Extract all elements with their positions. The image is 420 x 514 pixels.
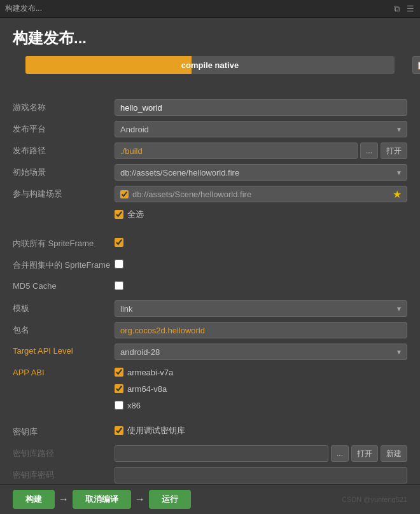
- select-all-control: 全选: [115, 207, 407, 221]
- menu-icon[interactable]: ☰: [406, 4, 415, 13]
- select-all-label: [13, 207, 115, 210]
- md5-cache-checkbox-row: [115, 279, 407, 293]
- page-title: 构建发布...: [0, 18, 420, 56]
- package-name-input[interactable]: [115, 322, 407, 338]
- inline-spriteframe-row: 内联所有 SpriteFrame: [13, 235, 407, 252]
- build-path-row-inner: ... 打开: [115, 142, 407, 159]
- keystore-path-control: ... 打开 新建: [115, 445, 407, 462]
- game-name-label: 游戏名称: [13, 99, 115, 113]
- title-bar-text: 构建发布...: [5, 3, 42, 14]
- select-all-checkbox-row: 全选: [115, 207, 407, 221]
- merge-spriteframe-row: 合并图集中的 SpriteFrame: [13, 257, 407, 274]
- merge-spriteframe-control: [115, 257, 407, 271]
- target-api-control: android-28 android-27 android-26: [115, 344, 407, 360]
- select-all-row: 全选: [13, 207, 407, 224]
- merge-spriteframe-checkbox-row: [115, 257, 407, 271]
- participate-scene-checkbox[interactable]: [120, 190, 129, 198]
- target-api-row: Target API Level android-28 android-27 a…: [13, 344, 407, 360]
- abi-armeabi-label: armeabi-v7a: [127, 368, 173, 377]
- abi-arm64-checkbox[interactable]: [115, 384, 123, 393]
- keystore-debug-label: 使用调试密钥库: [127, 425, 185, 436]
- abi-group: armeabi-v7a arm64-v8a x86: [115, 365, 407, 412]
- initial-scene-label: 初始场景: [13, 164, 115, 178]
- participate-scene-label: 参与构建场景: [13, 186, 115, 200]
- abi-armeabi-row: armeabi-v7a: [115, 365, 407, 379]
- keystore-label: 密钥库: [13, 424, 115, 438]
- md5-cache-label: MD5 Cache: [13, 279, 115, 291]
- abi-armeabi-checkbox[interactable]: [115, 368, 123, 377]
- build-path-row: 发布路径 ... 打开: [13, 142, 407, 159]
- package-name-control: [115, 322, 407, 338]
- restore-icon[interactable]: ⧉: [392, 4, 401, 13]
- build-button[interactable]: 构建: [13, 490, 55, 509]
- run-button[interactable]: 运行: [149, 490, 191, 509]
- app-abi-label: APP ABI: [13, 365, 115, 377]
- inline-spriteframe-control: [115, 235, 407, 249]
- title-bar: 构建发布... ⧉ ☰: [0, 0, 420, 18]
- build-path-dots-button[interactable]: ...: [360, 142, 378, 159]
- participate-scene-value: db://assets/Scene/helloworld.fire: [132, 190, 389, 199]
- keystore-password-input[interactable]: [115, 467, 407, 483]
- keystore-path-inner: ... 打开 新建: [115, 445, 407, 462]
- keystore-path-label: 密钥库路径: [13, 445, 115, 459]
- template-row: 模板 link default: [13, 300, 407, 317]
- progress-bar-label: compile native: [25, 60, 395, 70]
- package-name-label: 包名: [13, 322, 115, 336]
- arrow-icon-1: →: [59, 494, 69, 505]
- initial-scene-wrapper: db://assets/Scene/helloworld.fire: [115, 164, 407, 181]
- abi-arm64-row: arm64-v8a: [115, 382, 407, 396]
- select-all-checkbox[interactable]: [115, 210, 123, 219]
- initial-scene-row: 初始场景 db://assets/Scene/helloworld.fire: [13, 164, 407, 181]
- build-path-open-button[interactable]: 打开: [381, 142, 407, 159]
- compile-button[interactable]: 取消编译: [73, 490, 131, 509]
- keystore-path-open-button[interactable]: 打开: [351, 445, 378, 462]
- progress-bar: compile native: [25, 56, 395, 74]
- abi-x86-row: x86: [115, 398, 407, 412]
- platform-control: Android iOS Web: [115, 121, 407, 137]
- game-name-input[interactable]: [115, 99, 407, 116]
- arrow-icon-2: →: [135, 494, 145, 505]
- md5-cache-control: [115, 279, 407, 293]
- title-bar-controls: ⧉ ☰: [392, 4, 415, 13]
- progress-copy-button[interactable]: 📋: [412, 56, 420, 74]
- keystore-password-control: [115, 467, 407, 483]
- form-area: 游戏名称 发布平台 Android iOS Web 发布路径: [0, 94, 420, 484]
- game-name-control: [115, 99, 407, 116]
- keystore-path-dots-button[interactable]: ...: [331, 445, 349, 462]
- keystore-path-row: 密钥库路径 ... 打开 新建: [13, 445, 407, 462]
- select-all-text: 全选: [127, 209, 144, 220]
- package-name-row: 包名: [13, 322, 407, 338]
- game-name-row: 游戏名称: [13, 99, 407, 116]
- keystore-checkbox-row: 使用调试密钥库: [115, 424, 407, 438]
- keystore-path-input[interactable]: [115, 445, 328, 462]
- keystore-password-label: 密钥库密码: [13, 467, 115, 481]
- abi-x86-checkbox[interactable]: [115, 401, 123, 410]
- participate-scene-star[interactable]: ★: [393, 188, 402, 200]
- target-api-label: Target API Level: [13, 344, 115, 356]
- target-api-select[interactable]: android-28 android-27 android-26: [115, 344, 407, 360]
- platform-label: 发布平台: [13, 121, 115, 135]
- abi-x86-label: x86: [127, 401, 141, 410]
- participate-scene-inner: db://assets/Scene/helloworld.fire ★: [115, 186, 407, 202]
- build-path-control: ... 打开: [115, 142, 407, 159]
- md5-cache-checkbox[interactable]: [115, 281, 123, 290]
- merge-spriteframe-label: 合并图集中的 SpriteFrame: [13, 257, 115, 271]
- md5-cache-row: MD5 Cache: [13, 279, 407, 295]
- template-control: link default: [115, 300, 407, 317]
- inline-spriteframe-label: 内联所有 SpriteFrame: [13, 235, 115, 249]
- keystore-debug-checkbox[interactable]: [115, 426, 123, 435]
- watermark: CSDN @yunteng521: [342, 496, 407, 503]
- inline-spriteframe-checkbox[interactable]: [115, 238, 123, 247]
- merge-spriteframe-checkbox[interactable]: [115, 260, 123, 268]
- progress-bar-wrapper: compile native 📋: [13, 56, 407, 84]
- template-label: 模板: [13, 300, 115, 314]
- inline-spriteframe-checkbox-row: [115, 235, 407, 249]
- participate-scene-row: 参与构建场景 db://assets/Scene/helloworld.fire…: [13, 186, 407, 202]
- keystore-path-new-button[interactable]: 新建: [381, 445, 407, 462]
- template-select[interactable]: link default: [115, 300, 407, 317]
- app-abi-control: armeabi-v7a arm64-v8a x86: [115, 365, 407, 412]
- keystore-control: 使用调试密钥库: [115, 424, 407, 438]
- initial-scene-select[interactable]: db://assets/Scene/helloworld.fire: [115, 164, 407, 181]
- platform-select[interactable]: Android iOS Web: [115, 121, 407, 137]
- build-path-input[interactable]: [115, 142, 358, 159]
